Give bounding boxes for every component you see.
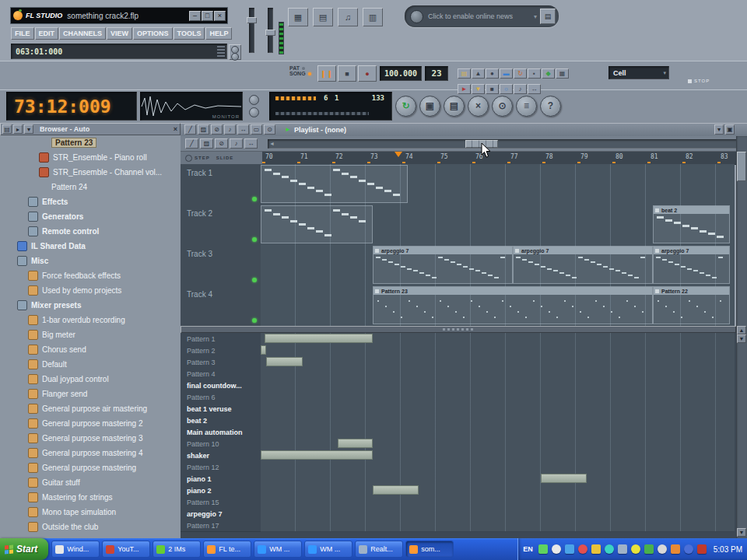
note-mute-icon[interactable]: ♪	[514, 84, 527, 94]
taskbar-clock[interactable]: 5:03 PM	[714, 545, 742, 554]
tray-icon[interactable]	[684, 544, 693, 554]
pattern-name-cell[interactable]: Pattern 1	[181, 333, 261, 345]
pattern-clip-block[interactable]	[266, 357, 303, 366]
playlist-timeline[interactable]: 7071727374757677787980818283	[262, 152, 736, 165]
tray-icon[interactable]	[618, 544, 627, 554]
pattern-name-cell[interactable]: Pattern 12	[181, 461, 261, 474]
tray-icon[interactable]	[591, 544, 601, 554]
pat-song-switch[interactable]: PAT SONG	[289, 65, 316, 84]
pattern-clip-block[interactable]	[541, 474, 587, 483]
pattern-name-cell[interactable]: final countdow...	[181, 380, 261, 392]
playlist-header[interactable]: ╱▨⊘♪↔▭⊙ ► Playlist - (none) ▾▣	[181, 123, 747, 136]
menu-view[interactable]: VIEW	[107, 27, 132, 40]
play-button[interactable]: ❙❙	[317, 65, 336, 82]
pattern-name-cell[interactable]: Pattern 10	[181, 438, 261, 450]
playhead-marker-icon[interactable]	[395, 152, 402, 157]
draw-tool-icon[interactable]: ╱	[185, 138, 198, 149]
track-enable-led[interactable]	[252, 278, 257, 282]
snap-selector-icon[interactable]: ▦	[556, 68, 569, 79]
oscilloscope-panel[interactable]: MONITOR	[140, 92, 243, 121]
start-button[interactable]: Start	[0, 538, 48, 560]
playlist-clip[interactable]: arpeggio 7	[653, 246, 730, 284]
pattern-lane[interactable]	[261, 345, 735, 357]
menu-options[interactable]: OPTIONS	[133, 27, 173, 40]
typing-keyboard-icon[interactable]: ▤	[458, 68, 471, 79]
zoom-tool-icon[interactable]: ⊙	[492, 96, 513, 117]
browser-item[interactable]: STR_Ensemble - Piano roll	[0, 150, 181, 165]
hint-bar-grip[interactable]	[217, 46, 225, 57]
step-label[interactable]: STEP	[195, 156, 210, 160]
track-enable-led[interactable]	[252, 237, 257, 242]
nudge-knob[interactable]	[231, 53, 239, 61]
pattern-lane[interactable]	[261, 450, 735, 462]
browser-item[interactable]: Mixer presets	[0, 298, 181, 313]
overdub-icon[interactable]: ○	[500, 84, 513, 94]
tray-icon[interactable]	[552, 544, 561, 554]
tray-icon[interactable]	[578, 544, 587, 554]
draw-tool-icon[interactable]: ╱	[184, 124, 196, 135]
pattern-lane[interactable]	[261, 380, 735, 392]
metronome-icon[interactable]: ▼	[472, 84, 485, 94]
tray-icon[interactable]	[644, 544, 654, 554]
taskbar-button[interactable]: 2 IMs	[153, 541, 201, 558]
browser-item[interactable]: Guitar stuff	[0, 475, 181, 490]
playlist-clip[interactable]	[261, 205, 373, 243]
track-name-cell[interactable]: Track 2	[181, 205, 261, 246]
pattern-clip-block[interactable]	[261, 450, 373, 460]
slip-tool-icon[interactable]: ↔	[244, 138, 258, 149]
loop-recording-icon[interactable]: ↻	[514, 68, 527, 79]
pattern-clip-block[interactable]	[338, 439, 373, 448]
slip-tool-icon[interactable]: ↔	[237, 124, 249, 135]
zoom-tool-icon[interactable]: ⊙	[264, 124, 275, 135]
taskbar-button[interactable]: YouT...	[102, 541, 150, 558]
pattern-lane[interactable]	[261, 438, 735, 450]
browser-item[interactable]: General purpose mastering 3	[0, 431, 181, 446]
minimize-button[interactable]: –	[189, 11, 201, 21]
step-editing-icon[interactable]: ▪	[528, 68, 541, 79]
zipped-sample-combo[interactable]: Cell ▾	[608, 66, 669, 79]
browser-item[interactable]: Mastering for strings	[0, 490, 181, 505]
browser-item[interactable]: Flanger send	[0, 387, 181, 401]
browser-item[interactable]: Effects	[0, 194, 181, 209]
precount-icon[interactable]: ■	[486, 84, 499, 94]
pattern-name-cell[interactable]: arpeggio 7	[181, 508, 261, 520]
browser-item[interactable]: General purpose mastering	[0, 460, 181, 475]
step-sequencer-panel-icon[interactable]: ▤	[313, 8, 333, 26]
recording-countdown-icon[interactable]: ▲	[472, 68, 485, 79]
taskbar-button[interactable]: WM ...	[304, 541, 352, 558]
delete-tool-icon[interactable]: ⊘	[215, 138, 228, 149]
pattern-lane[interactable]	[261, 508, 735, 520]
combo-chevron-icon[interactable]: ▾	[663, 70, 669, 76]
pattern-lane[interactable]	[261, 403, 735, 415]
monitor-knob-2[interactable]	[249, 107, 259, 117]
tray-icon[interactable]	[605, 544, 614, 554]
playlist-menu-icon[interactable]: ▾	[714, 124, 724, 135]
delete-tool-icon[interactable]: ⊘	[211, 124, 223, 135]
live-mode-icon[interactable]: ►	[458, 84, 471, 94]
browser-header[interactable]: ▤▸▾ Browser - Auto ×	[0, 123, 181, 135]
pattern-number-display[interactable]: 23	[425, 66, 448, 81]
playlist-hscrollbar[interactable]: ◄ ►	[268, 139, 747, 149]
track-enable-led[interactable]	[252, 197, 257, 201]
cut-icon[interactable]: ×	[468, 96, 489, 117]
tempo-display[interactable]: 100.000	[380, 66, 422, 81]
track-lane[interactable]	[261, 164, 735, 205]
browser-item[interactable]: Chorus send	[0, 342, 181, 357]
step-mode-icon[interactable]	[185, 155, 192, 162]
browser-item[interactable]: STR_Ensemble - Channel vol...	[0, 165, 181, 180]
project-notes-icon[interactable]: ≡	[516, 96, 537, 117]
piano-roll-panel-icon[interactable]: ♫	[338, 8, 358, 26]
pattern-lane[interactable]	[261, 415, 735, 427]
vscroll-up-icon[interactable]: ▲	[737, 326, 746, 334]
multilink-icon[interactable]: ◆	[542, 68, 555, 79]
mute-tool-icon[interactable]: ♪	[230, 138, 243, 149]
help-icon[interactable]: ?	[540, 96, 561, 117]
pattern-name-cell[interactable]: Pattern 2	[181, 345, 261, 357]
pattern-name-cell[interactable]: Pattern 6	[181, 391, 261, 404]
hscroll-left-icon[interactable]: ◄	[269, 141, 275, 146]
browser-item[interactable]: Mono tape simulation	[0, 505, 181, 520]
playlist-splitter[interactable]	[181, 326, 736, 333]
menu-tools[interactable]: TOOLS	[174, 27, 205, 40]
pattern-lane[interactable]	[261, 485, 735, 497]
playlist-clip[interactable]: arpeggio 7	[513, 246, 653, 284]
